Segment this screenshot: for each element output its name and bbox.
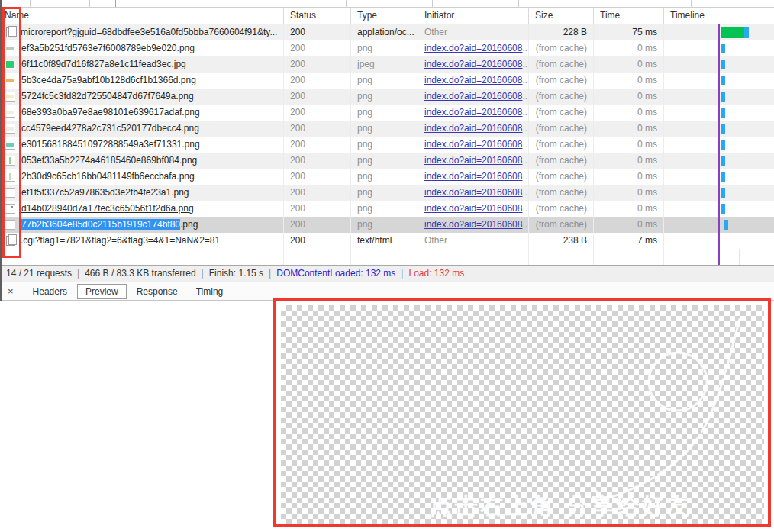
timeline-bar-cached	[721, 60, 725, 69]
initiator-cell: index.do?aid=20160608...	[418, 73, 529, 89]
name-cell: 053ef33a5b2274a46185460e869bf084.png	[0, 153, 284, 169]
summary-segment: Finish: 1.15 s	[209, 268, 263, 279]
column-header-size[interactable]: Size	[529, 8, 594, 24]
table-row[interactable]: ef3a5b251fd5763e7f6008789eb9e020.png200p…	[0, 40, 774, 56]
summary-divider: |	[77, 268, 79, 279]
table-row[interactable]: 2b30d9c65cb16bb0481149fb6eccbafa.png200p…	[0, 169, 774, 185]
column-header-type[interactable]: Type	[351, 8, 418, 24]
table-row[interactable]: cc4579eed4278a2c731c520177dbecc4.png200p…	[0, 121, 774, 137]
request-name: .cgi?flag1=7821&flag2=6&flag3=4&1=NaN&2=…	[21, 233, 220, 249]
summary-divider: |	[269, 268, 271, 279]
table-row[interactable]: e3015681884510972888549a3ef71331.png200p…	[0, 137, 774, 153]
initiator-cell: index.do?aid=20160608...	[418, 153, 529, 169]
initiator-link[interactable]: index.do?aid=20160608	[424, 187, 522, 198]
table-row[interactable]: ef1f5f337c52a978635d3e2fb4fe23a1.png200p…	[0, 185, 774, 201]
summary-segment: 14 / 21 requests	[6, 268, 72, 279]
status-cell: 200	[284, 217, 351, 233]
bar-receiving	[721, 27, 744, 38]
summary-divider: |	[202, 268, 204, 279]
size-cell: (from cache)	[529, 40, 594, 56]
column-header-initiator[interactable]: Initiator	[418, 8, 529, 24]
initiator-ellipsis: ...	[522, 187, 529, 198]
table-row[interactable]: 68e393a0ba97e8ae98101e639617adaf.png200p…	[0, 105, 774, 121]
initiator-link[interactable]: index.do?aid=20160608	[424, 59, 522, 69]
ruler-tick	[260, 0, 260, 7]
initiator-ellipsis: ...	[522, 139, 529, 150]
timeline-bar-cached	[721, 108, 725, 118]
type-cell: text/html	[351, 233, 418, 249]
request-name: ef1f5f337c52a978635d3e2fb4fe23a1.png	[21, 185, 189, 201]
table-row[interactable]: .cgi?flag1=7821&flag2=6&flag3=4&1=NaN&2=…	[0, 233, 774, 249]
initiator-link[interactable]: index.do?aid=20160608	[424, 203, 522, 214]
ruler-tick	[346, 0, 347, 7]
tab-response[interactable]: Response	[128, 284, 186, 299]
status-cell: 200	[284, 56, 351, 73]
size-cell: 228 B	[529, 24, 594, 40]
column-header-timeline[interactable]: Timeline	[664, 8, 774, 24]
name-cell: 6f11c0f89d7d16f827a8e1c11fead3ec.jpg	[0, 56, 284, 73]
ruler-tick	[605, 0, 605, 7]
summary-bar: 14 / 21 requests|466 B / 83.3 KB transfe…	[0, 265, 774, 282]
initiator-ellipsis: ...	[522, 171, 529, 182]
type-cell: png	[351, 153, 418, 169]
request-name: ef3a5b251fd5763e7f6008789eb9e020.png	[21, 40, 195, 56]
status-cell: 200	[284, 40, 351, 56]
table-row[interactable]: d14b028940d7a17fec3c65056f1f2d6a.png200p…	[0, 201, 774, 217]
table-row[interactable]: 5724fc5c3fd82d725504847d67f7649a.png200p…	[0, 89, 774, 105]
initiator-link[interactable]: index.do?aid=20160608	[424, 43, 522, 53]
request-name: 5b3ce4da75a9abf10b128d6cf1b1366d.png	[21, 73, 196, 89]
column-header-name[interactable]: Name	[0, 8, 284, 24]
timeline-bar-cached	[721, 124, 725, 134]
initiator-other: Other	[424, 235, 447, 246]
requests-table-body: microreport?gjguid=68dbdfee3e516a0fd5bbb…	[0, 24, 774, 249]
initiator-cell: Other	[418, 24, 529, 40]
table-row[interactable]: 6f11c0f89d7d16f827a8e1c11fead3ec.jpg200j…	[0, 56, 774, 73]
initiator-ellipsis: ...	[522, 107, 529, 118]
timeline-bar-cached	[721, 140, 725, 150]
initiator-link[interactable]: index.do?aid=20160608	[424, 91, 522, 102]
type-cell: png	[351, 201, 418, 217]
close-icon[interactable]: ×	[8, 285, 14, 297]
name-cell: .cgi?flag1=7821&flag2=6&flag3=4&1=NaN&2=…	[0, 233, 284, 249]
table-empty-area	[0, 249, 774, 265]
initiator-link[interactable]: index.do?aid=20160608	[424, 219, 522, 230]
ruler-red-tick	[115, 0, 116, 7]
status-cell: 200	[284, 24, 351, 40]
annotation-rectangle-icon-column	[2, 7, 21, 258]
timeline-bar-cached	[721, 76, 725, 85]
initiator-ellipsis: ...	[522, 91, 529, 102]
type-cell: png	[351, 137, 418, 153]
table-row[interactable]: 5b3ce4da75a9abf10b128d6cf1b1366d.png200p…	[0, 73, 774, 89]
timeline-bar-cached	[721, 188, 725, 198]
initiator-link[interactable]: index.do?aid=20160608	[424, 107, 522, 118]
ruler-tick	[173, 0, 173, 7]
table-row[interactable]: 053ef33a5b2274a46185460e869bf084.png200p…	[0, 153, 774, 169]
ruler-tick	[89, 0, 90, 7]
tab-headers[interactable]: Headers	[24, 284, 76, 299]
timeline-bar-cached	[721, 204, 725, 214]
initiator-link[interactable]: index.do?aid=20160608	[424, 139, 522, 150]
initiator-other: Other	[424, 27, 447, 37]
table-row[interactable]: 77b2b3604e85d0c2115b1919c174bf80.png200p…	[0, 217, 774, 233]
initiator-link[interactable]: index.do?aid=20160608	[424, 155, 522, 166]
timeline-bar-cached	[721, 156, 725, 166]
tab-preview[interactable]: Preview	[77, 284, 127, 299]
initiator-link[interactable]: index.do?aid=20160608	[424, 171, 522, 182]
initiator-link[interactable]: index.do?aid=20160608	[424, 123, 522, 134]
initiator-link[interactable]: index.do?aid=20160608	[424, 75, 522, 85]
initiator-cell: index.do?aid=20160608...	[418, 56, 529, 73]
initiator-cell: index.do?aid=20160608...	[418, 201, 529, 217]
column-header-time[interactable]: Time	[594, 8, 664, 24]
time-cell: 0 ms	[594, 73, 664, 89]
request-name: 5724fc5c3fd82d725504847d67f7649a.png	[21, 89, 194, 105]
size-cell: (from cache)	[529, 169, 594, 185]
column-header-status[interactable]: Status	[284, 8, 351, 24]
table-row[interactable]: microreport?gjguid=68dbdfee3e516a0fd5bbb…	[0, 24, 774, 40]
time-cell: 0 ms	[594, 40, 664, 56]
time-cell: 0 ms	[594, 153, 664, 169]
tab-timing[interactable]: Timing	[188, 284, 232, 299]
initiator-cell: index.do?aid=20160608...	[418, 105, 529, 121]
summary-segment: Load: 132 ms	[408, 268, 464, 279]
ruler-tick	[518, 0, 519, 7]
status-cell: 200	[284, 201, 351, 217]
